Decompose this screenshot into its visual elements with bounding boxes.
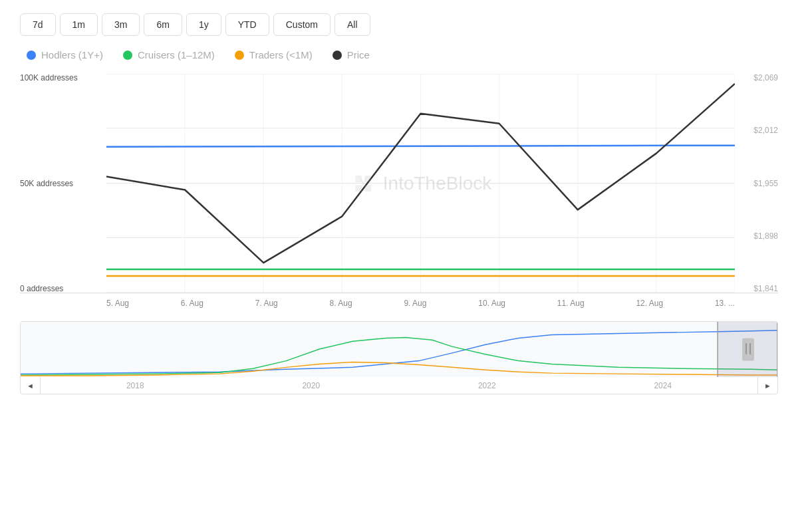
range-x-axis: 2018 2020 2022 2024 [21,377,777,394]
legend-traders[interactable]: Traders (<1M) [235,49,313,61]
x-label-6: 11. Aug [557,299,585,308]
time-range-toolbar: 7d 1m 3m 6m 1y YTD Custom All [20,13,778,36]
svg-rect-24 [21,322,777,377]
btn-7d[interactable]: 7d [20,13,56,36]
cruisers-label: Cruisers (1–12M) [138,49,215,61]
btn-3m[interactable]: 3m [102,13,140,36]
btn-custom[interactable]: Custom [273,13,331,36]
chart-svg-container: IntoTheBlock [106,74,735,293]
price-label: Price [347,49,370,61]
y-axis-left: 100K addresses 50K addresses 0 addresses [20,74,106,293]
btn-ytd[interactable]: YTD [225,13,269,36]
x-label-4: 9. Aug [404,299,426,308]
range-x-2024: 2024 [654,381,672,390]
range-x-2018: 2018 [126,381,144,390]
y-right-1955: $1,955 [753,180,778,188]
range-chart [21,322,777,377]
range-x-2022: 2022 [478,381,496,390]
y-right-2012: $2,012 [753,126,778,134]
cruisers-dot [123,51,132,60]
btn-1m[interactable]: 1m [60,13,98,36]
svg-rect-28 [742,338,754,360]
legend-cruisers[interactable]: Cruisers (1–12M) [123,49,215,61]
x-label-5: 10. Aug [478,299,505,308]
y-right-1841: $1,841 [753,285,778,293]
x-axis: 5. Aug 6. Aug 7. Aug 8. Aug 9. Aug 10. A… [20,293,778,308]
y-right-1898: $1,898 [753,232,778,240]
traders-dot [235,51,244,60]
chart-legend: Hodlers (1Y+) Cruisers (1–12M) Traders (… [20,49,778,61]
x-label-7: 12. Aug [636,299,663,308]
y-label-0: 0 addresses [20,285,106,293]
x-label-8: 13. ... [715,299,735,308]
x-label-1: 6. Aug [181,299,203,308]
btn-all[interactable]: All [334,13,370,36]
range-selector[interactable]: ◄ ► 2018 2020 2022 2024 [20,321,778,394]
x-label-3: 8. Aug [330,299,352,308]
y-right-2069: $2,069 [753,74,778,82]
btn-6m[interactable]: 6m [144,13,182,36]
traders-label: Traders (<1M) [249,49,313,61]
legend-price[interactable]: Price [332,49,370,61]
y-label-100k: 100K addresses [20,74,106,82]
legend-hodlers[interactable]: Hodlers (1Y+) [27,49,103,61]
svg-line-21 [106,146,735,147]
main-chart-area: 100K addresses 50K addresses 0 addresses… [20,74,778,293]
y-label-50k: 50K addresses [20,180,106,188]
x-label-2: 7. Aug [255,299,278,308]
x-label-0: 5. Aug [106,299,129,308]
btn-1y[interactable]: 1y [186,13,221,36]
y-axis-right: $2,069 $2,012 $1,955 $1,898 $1,841 [738,74,778,293]
hodlers-label: Hodlers (1Y+) [41,49,103,61]
range-x-2020: 2020 [302,381,320,390]
price-dot [332,51,342,60]
main-chart-svg [106,74,735,293]
hodlers-dot [27,51,36,60]
